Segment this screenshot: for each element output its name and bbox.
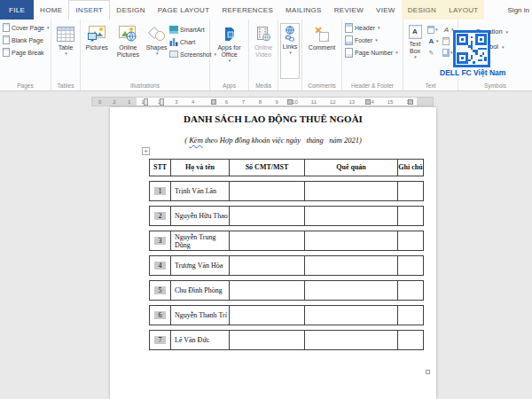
page-number-button[interactable]: Page Number xyxy=(344,47,401,58)
tab-review[interactable]: REVIEW xyxy=(328,0,370,20)
blank-page-button[interactable]: Blank Page xyxy=(2,35,49,45)
table-row: 2 Nguyễn Hữu Thao xyxy=(149,206,424,226)
screenshot-button[interactable]: Screenshot xyxy=(168,49,207,59)
group-header-footer: Header Footer Page Number Header & Foote… xyxy=(342,20,403,90)
tab-table-layout[interactable]: LAYOUT xyxy=(442,0,484,20)
tab-home[interactable]: HOME xyxy=(34,0,68,20)
tab-page-layout[interactable]: PAGE LAYOUT xyxy=(152,0,216,20)
table-button[interactable]: Table xyxy=(57,22,74,80)
cell-cmt[interactable] xyxy=(230,206,305,226)
signature-line-button[interactable]: ✎ xyxy=(427,47,441,58)
cell-stt[interactable]: 4 xyxy=(149,255,171,276)
indent-marker[interactable] xyxy=(144,98,148,106)
table-row: 4 Trương Văn Hòa xyxy=(149,255,424,276)
footer-button[interactable]: Footer xyxy=(344,35,401,45)
cell-stt[interactable]: 2 xyxy=(149,206,171,226)
subtitle-open: ( xyxy=(184,136,187,145)
smartart-button[interactable]: SmartArt xyxy=(168,24,207,35)
cell-name[interactable]: Trương Văn Hòa xyxy=(171,255,230,276)
indent-marker[interactable] xyxy=(160,98,164,106)
cell-name[interactable]: Lê Văn Đức xyxy=(171,330,230,350)
drop-cap-button[interactable]: A xyxy=(427,35,441,46)
ruler-number: 13 xyxy=(348,99,355,105)
cell-que-quan[interactable] xyxy=(305,280,398,301)
header-que-quan[interactable]: Quê quán xyxy=(305,159,398,176)
worker-table: STT Họ và tên Số CMT/MST Quê quán Ghi ch… xyxy=(149,154,424,355)
table-column-marker[interactable] xyxy=(211,99,216,105)
cell-name[interactable]: Nguyễn Trung Dũng xyxy=(171,231,230,251)
pictures-button[interactable]: Pictures xyxy=(82,22,111,80)
cell-ghi-chu[interactable] xyxy=(398,280,424,301)
shapes-button[interactable]: Shapes xyxy=(145,22,168,80)
table-column-marker[interactable] xyxy=(408,99,413,105)
cell-cmt[interactable] xyxy=(230,330,305,350)
cell-ghi-chu[interactable] xyxy=(398,255,424,276)
drop-cap-icon: A xyxy=(427,37,435,45)
links-button[interactable]: Links xyxy=(280,23,300,79)
tab-design[interactable]: DESIGN xyxy=(110,0,151,20)
tab-file[interactable]: FILE xyxy=(0,0,34,20)
cell-cmt[interactable] xyxy=(230,255,305,276)
online-video-button[interactable]: Online Video xyxy=(251,22,276,80)
cell-stt[interactable]: 3 xyxy=(149,231,171,251)
ruler-text-area: 1 2 3 4 6 7 8 9 10 11 12 13 14 15 16 xyxy=(137,98,417,106)
cell-cmt[interactable] xyxy=(230,231,305,251)
cell-cmt[interactable] xyxy=(230,305,305,325)
cell-stt[interactable]: 7 xyxy=(149,330,171,350)
cell-ghi-chu[interactable] xyxy=(398,206,424,226)
document-title: DANH SÁCH LAO ĐỘNG THUÊ NGOÀI xyxy=(110,113,436,124)
cell-que-quan[interactable] xyxy=(305,255,398,276)
table-column-marker[interactable] xyxy=(287,99,293,105)
tab-references[interactable]: REFERENCES xyxy=(215,0,279,20)
ruler-right-margin xyxy=(417,98,433,106)
cell-name[interactable]: Trịnh Văn Lân xyxy=(171,181,230,201)
group-label-pages: Pages xyxy=(0,82,51,89)
table-resize-handle[interactable] xyxy=(426,370,430,374)
online-pictures-button[interactable]: Online Pictures xyxy=(111,22,145,80)
cell-name[interactable]: Nguyễn Thanh Trí xyxy=(171,305,230,325)
cell-stt[interactable]: 6 xyxy=(149,305,171,325)
cell-ghi-chu[interactable] xyxy=(398,330,424,350)
text-box-button[interactable]: A Text Box xyxy=(405,22,425,80)
cell-cmt[interactable] xyxy=(230,280,305,301)
quick-parts-button[interactable] xyxy=(427,24,441,35)
tab-view[interactable]: VIEW xyxy=(370,0,402,20)
table-column-marker[interactable] xyxy=(365,99,371,105)
cell-ghi-chu[interactable] xyxy=(398,305,424,325)
cell-que-quan[interactable] xyxy=(305,206,398,226)
cell-ghi-chu[interactable] xyxy=(398,231,424,251)
cell-name[interactable]: Nguyễn Hữu Thao xyxy=(171,206,230,226)
cell-que-quan[interactable] xyxy=(305,305,398,325)
tab-table-design[interactable]: DESIGN xyxy=(402,0,442,20)
chart-button[interactable]: Chart xyxy=(168,36,207,47)
cover-page-button[interactable]: Cover Page xyxy=(2,22,49,33)
header-ghi-chu[interactable]: Ghi chú xyxy=(398,159,424,176)
group-label-symbols: Symbols xyxy=(458,82,532,89)
header-ho-va-ten[interactable]: Họ và tên xyxy=(171,159,230,176)
tab-insert[interactable]: INSERT xyxy=(68,0,110,20)
horizontal-ruler[interactable]: 3 2 1 1 2 3 4 6 7 8 9 10 11 xyxy=(91,97,434,106)
ruler-number: 11 xyxy=(311,99,317,105)
cell-que-quan[interactable] xyxy=(305,231,398,251)
online-pictures-icon xyxy=(119,23,137,44)
cell-cmt[interactable] xyxy=(230,181,305,201)
screenshot-label: Screenshot xyxy=(180,51,211,58)
cell-ghi-chu[interactable] xyxy=(398,181,424,201)
page-break-button[interactable]: Page Break xyxy=(2,47,49,58)
cell-que-quan[interactable] xyxy=(305,181,398,201)
comment-button[interactable]: Comment xyxy=(309,22,335,80)
header-so-cmt[interactable]: Số CMT/MST xyxy=(230,159,305,176)
cell-que-quan[interactable] xyxy=(305,330,398,350)
header-stt[interactable]: STT xyxy=(149,159,171,176)
header-button[interactable]: Header xyxy=(344,22,401,33)
cell-stt[interactable]: 5 xyxy=(149,280,171,301)
tab-mailings[interactable]: MAILINGS xyxy=(279,0,328,20)
cell-stt[interactable]: 1 xyxy=(149,181,171,201)
ruler-number: 15 xyxy=(387,99,394,105)
ruler-number: 3 xyxy=(175,99,178,105)
apps-for-office-button[interactable]: Apps for Office xyxy=(212,22,246,80)
sign-in-button[interactable]: Sign in xyxy=(508,0,532,20)
document-page[interactable]: DANH SÁCH LAO ĐỘNG THUÊ NGOÀI ( Kèm theo… xyxy=(110,107,436,399)
cell-name[interactable]: Chu Đình Phòng xyxy=(171,280,230,301)
screenshot-icon xyxy=(169,51,178,58)
